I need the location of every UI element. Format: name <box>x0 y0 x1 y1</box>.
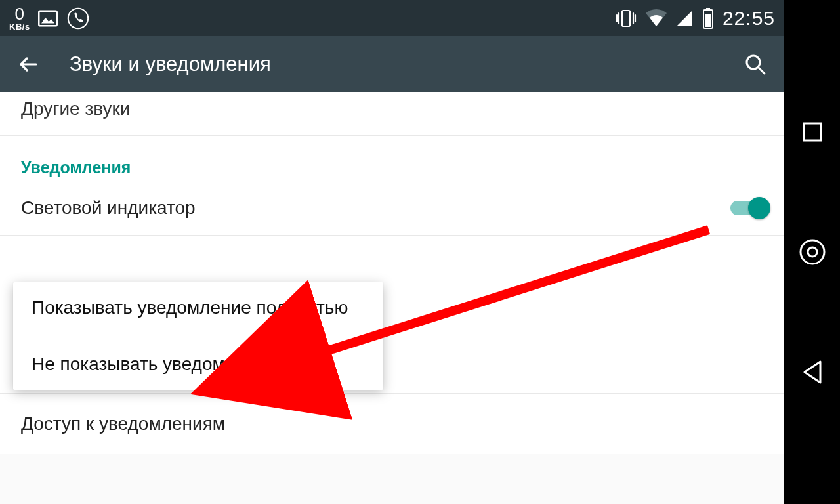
popup-option-label: Показывать уведомление полностью <box>32 297 348 318</box>
svg-marker-15 <box>805 362 820 383</box>
status-bar: 0 KB/s <box>0 0 784 36</box>
popup-option-hide[interactable]: Не показывать уведомления <box>13 339 383 390</box>
lockscreen-notification-popup: Показывать уведомление полностью Не пока… <box>13 282 383 390</box>
svg-rect-3 <box>622 10 630 26</box>
popup-option-show-full[interactable]: Показывать уведомление полностью <box>13 282 383 333</box>
nav-back-icon <box>801 359 824 385</box>
home-icon <box>797 237 828 267</box>
item-notification-access[interactable]: Доступ к уведомлениям <box>0 394 784 454</box>
arrow-back-icon <box>15 51 43 78</box>
screen: 0 KB/s <box>0 0 784 504</box>
back-button[interactable] <box>5 51 52 78</box>
settings-content: Другие звуки Уведомления Световой индика… <box>0 92 784 504</box>
viber-icon <box>66 6 91 31</box>
network-speed-unit: KB/s <box>9 22 30 31</box>
recent-apps-icon <box>801 121 824 143</box>
svg-marker-4 <box>677 10 692 26</box>
item-label: Световой индикатор <box>21 198 196 219</box>
battery-icon <box>702 8 715 29</box>
nav-home-button[interactable] <box>793 232 832 272</box>
page-title: Звуки и уведомления <box>70 52 271 76</box>
network-speed-indicator: 0 KB/s <box>9 5 30 31</box>
network-speed-value: 0 <box>15 5 24 22</box>
system-nav-bar <box>784 0 840 504</box>
section-header-notifications: Уведомления <box>0 136 784 181</box>
search-icon <box>742 51 768 77</box>
popup-option-label: Не показывать уведомления <box>32 354 276 374</box>
clock: 22:55 <box>723 7 775 30</box>
svg-point-13 <box>801 240 824 264</box>
svg-rect-0 <box>39 10 57 26</box>
item-led-indicator[interactable]: Световой индикатор <box>0 181 784 236</box>
svg-rect-12 <box>804 123 821 140</box>
item-other-sounds[interactable]: Другие звуки <box>0 92 784 136</box>
led-indicator-switch[interactable] <box>730 201 767 215</box>
nav-back-button[interactable] <box>793 352 832 392</box>
search-button[interactable] <box>732 51 779 77</box>
action-bar: Звуки и уведомления <box>0 36 784 92</box>
image-icon <box>38 10 58 27</box>
status-right: 22:55 <box>615 7 775 30</box>
svg-point-14 <box>808 247 817 257</box>
svg-marker-1 <box>41 17 54 23</box>
nav-recent-apps-button[interactable] <box>793 112 832 152</box>
cellular-signal-icon <box>675 9 694 28</box>
svg-point-2 <box>68 8 87 28</box>
wifi-icon <box>645 9 667 28</box>
status-left: 0 KB/s <box>9 5 91 31</box>
svg-line-9 <box>759 68 765 74</box>
svg-rect-7 <box>705 14 711 27</box>
item-label: Другие звуки <box>21 98 130 119</box>
vibrate-icon <box>615 9 637 28</box>
item-label: Доступ к уведомлениям <box>21 413 225 434</box>
switch-knob <box>748 197 770 219</box>
device-frame: 0 KB/s <box>0 0 840 504</box>
